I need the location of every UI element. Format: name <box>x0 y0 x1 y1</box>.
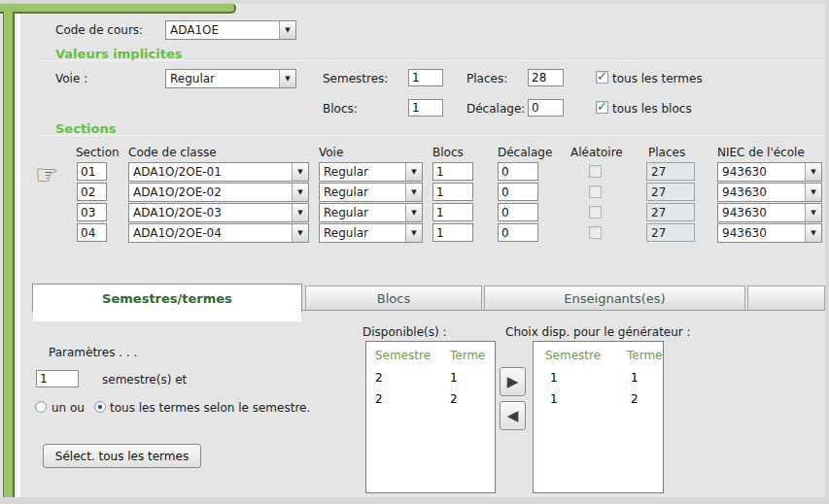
chevron-down-icon[interactable]: ▼ <box>292 224 308 242</box>
row-decalage-input[interactable] <box>498 223 538 242</box>
row-decalage-input[interactable] <box>498 183 538 201</box>
chevron-down-icon[interactable]: ▼ <box>805 224 821 242</box>
section-number-input[interactable] <box>77 203 107 221</box>
row-blocs-input[interactable] <box>432 223 473 242</box>
row-aleatoire-checkbox[interactable] <box>589 226 602 239</box>
decalage-input[interactable] <box>528 99 564 117</box>
frame-green-top-bar <box>0 3 236 14</box>
chevron-down-icon[interactable]: ▼ <box>292 163 308 181</box>
semestres-label: Semestres: <box>323 72 388 85</box>
row-voie-dropdown[interactable]: Regular▼ <box>319 223 423 243</box>
section-number-input[interactable] <box>77 223 107 242</box>
list-item[interactable]: 1 <box>550 392 558 406</box>
chevron-down-icon[interactable]: ▼ <box>805 163 821 181</box>
row-niec-dropdown[interactable]: 943630▼ <box>717 203 822 222</box>
places-input[interactable] <box>528 69 564 86</box>
sections-divider <box>39 135 825 136</box>
tous-les-blocs-checkbox[interactable] <box>596 101 608 114</box>
radio-tous-les-termes[interactable] <box>94 401 106 413</box>
arrow-left-icon: ◀ <box>507 407 519 424</box>
col-header-decalage: Décalage <box>498 146 552 159</box>
row-decalage-input[interactable] <box>498 203 538 221</box>
list-item[interactable]: 1 <box>550 371 558 385</box>
chevron-down-icon[interactable]: ▼ <box>405 204 422 221</box>
row-decalage-input[interactable] <box>498 162 538 181</box>
row-places-readonly: 27 <box>646 183 695 201</box>
panel-semestres-input[interactable] <box>36 370 79 387</box>
section-number-input[interactable] <box>77 183 107 201</box>
row-voie-dropdown[interactable]: Regular▼ <box>319 183 423 202</box>
radio-tous-les-termes-label[interactable]: tous les termes selon le semestre. <box>110 401 310 415</box>
chevron-down-icon[interactable]: ▼ <box>405 184 422 201</box>
class-code-dropdown[interactable]: ADA1O/2OE-04▼ <box>128 223 309 243</box>
row-niec-value: 943630 <box>718 165 805 179</box>
chevron-down-icon[interactable]: ▼ <box>805 184 821 201</box>
chevron-down-icon[interactable]: ▼ <box>805 204 821 221</box>
row-niec-dropdown[interactable]: 943630▼ <box>717 162 822 182</box>
voie-label: Voie : <box>55 72 87 85</box>
semestres-suffix-label: semestre(s) et <box>102 373 187 386</box>
class-code-dropdown[interactable]: ADA1O/2OE-02▼ <box>128 183 309 202</box>
voie-value: Regular <box>166 72 279 85</box>
available-col-terme: Terme <box>450 349 485 362</box>
defaults-section-title: Valeurs implicites <box>55 47 182 61</box>
row-aleatoire-checkbox[interactable] <box>589 165 602 178</box>
tous-les-termes-checkbox[interactable] <box>596 71 608 84</box>
list-item[interactable]: 2 <box>375 392 383 406</box>
row-voie-value: Regular <box>320 165 405 179</box>
row-blocs-input[interactable] <box>432 162 473 181</box>
course-code-dropdown[interactable]: ADA1OE ▼ <box>165 20 296 40</box>
course-form-window: Code de cours: ADA1OE ▼ Valeurs implicit… <box>0 0 829 504</box>
row-niec-dropdown[interactable]: 943630▼ <box>717 183 822 202</box>
list-item[interactable]: 1 <box>450 371 458 385</box>
row-blocs-input[interactable] <box>432 203 473 221</box>
chevron-down-icon[interactable]: ▼ <box>279 21 295 39</box>
list-item[interactable]: 2 <box>450 392 458 406</box>
available-list-label: Disponible(s) : <box>363 325 447 339</box>
move-left-button[interactable]: ◀ <box>500 401 526 430</box>
chosen-list[interactable]: Semestre Terme 1 1 1 2 <box>533 341 664 493</box>
semestres-input[interactable] <box>408 69 443 86</box>
chevron-down-icon[interactable]: ▼ <box>405 224 422 242</box>
row-voie-value: Regular <box>320 206 405 219</box>
row-voie-dropdown[interactable]: Regular▼ <box>319 203 423 222</box>
row-voie-dropdown[interactable]: Regular▼ <box>319 162 423 182</box>
row-niec-value: 943630 <box>718 206 805 219</box>
blocs-input[interactable] <box>408 99 443 117</box>
sections-title: Sections <box>55 121 116 136</box>
row-aleatoire-checkbox[interactable] <box>589 206 602 218</box>
row-aleatoire-checkbox[interactable] <box>589 185 602 198</box>
radio-un-ou[interactable] <box>35 401 47 413</box>
voie-dropdown[interactable]: Regular ▼ <box>165 69 296 88</box>
chevron-down-icon[interactable]: ▼ <box>292 204 308 221</box>
section-number-input[interactable] <box>77 162 107 181</box>
arrow-right-icon: ▶ <box>507 373 519 390</box>
list-item[interactable]: 1 <box>631 371 639 385</box>
class-code-value: ADA1O/2OE-04 <box>129 226 292 240</box>
course-code-label: Code de cours: <box>55 23 143 37</box>
list-item[interactable]: 2 <box>375 371 383 385</box>
chosen-list-label: Choix disp. pour le générateur : <box>505 325 691 339</box>
class-code-dropdown[interactable]: ADA1O/2OE-01▼ <box>128 162 309 182</box>
row-blocs-input[interactable] <box>432 183 473 201</box>
chevron-down-icon[interactable]: ▼ <box>279 70 295 87</box>
chevron-down-icon[interactable]: ▼ <box>405 163 422 181</box>
row-niec-value: 943630 <box>718 226 805 240</box>
row-voie-value: Regular <box>320 226 405 240</box>
class-code-dropdown[interactable]: ADA1O/2OE-03▼ <box>128 203 309 222</box>
row-niec-dropdown[interactable]: 943630▼ <box>717 223 822 243</box>
tab-enseignants[interactable]: Enseignants(es) <box>484 286 745 310</box>
tab-blocs[interactable]: Blocs <box>305 286 482 310</box>
available-col-semestre: Semestre <box>375 349 431 362</box>
select-all-terms-button[interactable]: Sélect. tous les termes <box>43 444 201 468</box>
available-list[interactable]: Semestre Terme 2 1 2 2 <box>365 341 496 493</box>
tab-stub[interactable] <box>747 286 825 310</box>
tous-les-blocs-label: tous les blocs <box>612 102 692 116</box>
chosen-col-terme: Terme <box>627 349 662 362</box>
tab-semestres-termes[interactable]: Semestres/termes <box>32 284 302 312</box>
list-item[interactable]: 2 <box>631 392 639 406</box>
places-label: Places: <box>466 72 507 85</box>
chevron-down-icon[interactable]: ▼ <box>292 184 308 201</box>
radio-un-ou-label[interactable]: un ou <box>52 401 85 415</box>
move-right-button[interactable]: ▶ <box>500 367 526 396</box>
